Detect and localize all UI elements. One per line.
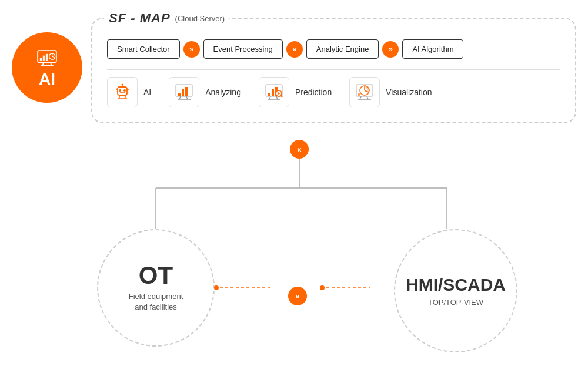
svg-rect-25 [182, 89, 184, 96]
svg-rect-33 [272, 89, 274, 96]
pipeline-smart-collector: Smart Collector [107, 39, 180, 59]
icon-item-ai: AI [107, 77, 151, 107]
analyzing-icon-box [169, 77, 199, 107]
pipeline-arrow-1: » [183, 41, 200, 58]
pipeline-arrow-2: » [286, 41, 303, 58]
prediction-icon-label: Prediction [295, 88, 332, 97]
pipeline-ai-algorithm: AI Algorithm [402, 39, 463, 59]
svg-point-11 [119, 89, 121, 92]
svg-rect-32 [268, 93, 270, 96]
prediction-icon-box [259, 77, 289, 107]
ot-subtitle: Field equipmentand facilities [129, 291, 183, 313]
cloud-section: SF - MAP (Cloud Server) Smart Collector … [91, 18, 576, 123]
ai-label: AI [39, 71, 55, 88]
svg-rect-6 [46, 54, 48, 61]
hmi-circle: HMI/SCADA TOP/TOP-VIEW [394, 229, 517, 352]
hmi-subtitle: TOP/TOP-VIEW [428, 298, 483, 307]
visualization-icon-label: Visualization [386, 88, 432, 97]
icon-item-visualization: Visualization [349, 77, 432, 107]
ot-circle: OT Field equipmentand facilities [97, 229, 215, 347]
visualization-icon [353, 81, 376, 103]
mid-arrow-button[interactable]: » [288, 287, 307, 305]
analyzing-chart-icon [173, 81, 195, 103]
svg-line-9 [52, 56, 55, 58]
svg-rect-46 [358, 93, 360, 96]
svg-rect-4 [40, 58, 42, 61]
icon-row: AI Analyzing [107, 77, 560, 107]
dot-right [320, 285, 325, 290]
svg-point-15 [122, 84, 123, 86]
dot-left [214, 285, 219, 290]
pipeline-row: Smart Collector » Event Processing » Ana… [107, 39, 560, 59]
ai-icon-label: AI [143, 88, 151, 97]
icon-item-prediction: Prediction [259, 77, 332, 107]
diagram-container: AI SF - MAP (Cloud Server) Smart Collect… [0, 0, 588, 383]
pipeline-event-processing: Event Processing [203, 39, 283, 59]
hmi-title: HMI/SCADA [406, 275, 506, 294]
cloud-title: SF - MAP (Cloud Server) [104, 11, 229, 26]
visualization-icon-box [349, 77, 380, 107]
cloud-server-text: (Cloud Server) [175, 14, 225, 23]
svg-rect-5 [43, 56, 45, 61]
svg-rect-24 [178, 93, 181, 96]
svg-rect-26 [185, 87, 188, 96]
up-arrow-button[interactable]: « [290, 140, 309, 159]
sfmap-logo: SF - MAP [109, 11, 171, 26]
analyzing-icon-label: Analyzing [205, 88, 241, 97]
prediction-chart-icon [263, 81, 285, 103]
ai-brain-icon [111, 81, 133, 103]
section-divider [107, 69, 560, 70]
ot-title: OT [139, 263, 173, 288]
pipeline-analytic-engine: Analytic Engine [306, 39, 379, 59]
ai-icon-box [107, 77, 138, 107]
icon-item-analyzing: Analyzing [169, 77, 241, 107]
pipeline-arrow-3: » [382, 41, 399, 58]
ai-main-circle: AI [12, 32, 82, 103]
monitor-icon [36, 48, 58, 69]
svg-point-12 [123, 89, 126, 92]
